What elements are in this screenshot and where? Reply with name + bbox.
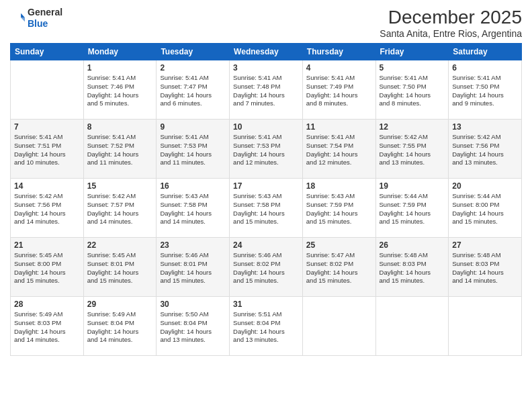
logo-icon (10, 11, 25, 26)
day-number: 9 (160, 122, 226, 132)
logo: General Blue (10, 7, 62, 30)
calendar-cell: 17Sunrise: 5:43 AM Sunset: 7:58 PM Dayli… (230, 179, 303, 238)
day-of-week-header: Thursday (302, 44, 375, 60)
day-info: Sunrise: 5:47 AM Sunset: 8:02 PM Dayligh… (306, 251, 372, 285)
day-info: Sunrise: 5:44 AM Sunset: 8:00 PM Dayligh… (452, 192, 518, 226)
day-of-week-header: Wednesday (230, 44, 303, 60)
day-info: Sunrise: 5:41 AM Sunset: 7:52 PM Dayligh… (87, 133, 153, 167)
day-of-week-header: Monday (83, 44, 157, 60)
calendar-cell: 4Sunrise: 5:41 AM Sunset: 7:49 PM Daylig… (302, 60, 375, 120)
logo-general: General (28, 7, 62, 17)
day-number: 25 (306, 240, 372, 250)
day-number: 1 (87, 63, 153, 73)
calendar-cell: 30Sunrise: 5:50 AM Sunset: 8:04 PM Dayli… (157, 297, 230, 356)
calendar-cell: 10Sunrise: 5:41 AM Sunset: 7:53 PM Dayli… (230, 120, 303, 179)
day-info: Sunrise: 5:45 AM Sunset: 8:00 PM Dayligh… (14, 251, 80, 285)
day-of-week-header: Saturday (449, 44, 522, 60)
calendar-cell: 21Sunrise: 5:45 AM Sunset: 8:00 PM Dayli… (11, 238, 84, 297)
calendar-header-row: SundayMondayTuesdayWednesdayThursdayFrid… (11, 44, 522, 60)
day-number: 22 (87, 240, 153, 250)
calendar-cell: 5Sunrise: 5:41 AM Sunset: 7:50 PM Daylig… (375, 60, 449, 120)
calendar-week-row: 1Sunrise: 5:41 AM Sunset: 7:46 PM Daylig… (11, 60, 522, 120)
day-info: Sunrise: 5:49 AM Sunset: 8:04 PM Dayligh… (87, 310, 153, 345)
day-info: Sunrise: 5:50 AM Sunset: 8:04 PM Dayligh… (160, 310, 226, 345)
day-info: Sunrise: 5:41 AM Sunset: 7:50 PM Dayligh… (452, 74, 518, 108)
calendar-cell: 23Sunrise: 5:46 AM Sunset: 8:01 PM Dayli… (157, 238, 230, 297)
day-info: Sunrise: 5:51 AM Sunset: 8:04 PM Dayligh… (233, 310, 299, 345)
calendar-cell: 7Sunrise: 5:41 AM Sunset: 7:51 PM Daylig… (11, 120, 84, 179)
day-number: 16 (160, 181, 226, 191)
day-number: 24 (233, 240, 299, 250)
svg-marker-1 (21, 17, 25, 21)
day-info: Sunrise: 5:43 AM Sunset: 7:59 PM Dayligh… (306, 192, 372, 226)
page: General Blue December 2025 Santa Anita, … (0, 0, 532, 411)
calendar-cell: 15Sunrise: 5:42 AM Sunset: 7:57 PM Dayli… (83, 179, 157, 238)
calendar-cell: 19Sunrise: 5:44 AM Sunset: 7:59 PM Dayli… (375, 179, 449, 238)
calendar-week-row: 21Sunrise: 5:45 AM Sunset: 8:00 PM Dayli… (11, 238, 522, 297)
day-number: 31 (233, 300, 299, 309)
day-info: Sunrise: 5:41 AM Sunset: 7:50 PM Dayligh… (380, 74, 445, 108)
calendar-cell: 11Sunrise: 5:41 AM Sunset: 7:54 PM Dayli… (302, 120, 375, 179)
calendar-cell: 8Sunrise: 5:41 AM Sunset: 7:52 PM Daylig… (83, 120, 157, 179)
calendar: SundayMondayTuesdayWednesdayThursdayFrid… (10, 43, 522, 356)
day-number: 28 (14, 300, 80, 309)
day-info: Sunrise: 5:42 AM Sunset: 7:56 PM Dayligh… (452, 133, 518, 167)
day-number: 3 (233, 63, 299, 73)
day-info: Sunrise: 5:41 AM Sunset: 7:51 PM Dayligh… (14, 133, 80, 167)
day-info: Sunrise: 5:46 AM Sunset: 8:02 PM Dayligh… (233, 251, 299, 285)
calendar-cell: 24Sunrise: 5:46 AM Sunset: 8:02 PM Dayli… (230, 238, 303, 297)
day-number: 26 (380, 240, 445, 250)
calendar-cell: 31Sunrise: 5:51 AM Sunset: 8:04 PM Dayli… (230, 297, 303, 356)
calendar-cell: 18Sunrise: 5:43 AM Sunset: 7:59 PM Dayli… (302, 179, 375, 238)
day-info: Sunrise: 5:42 AM Sunset: 7:55 PM Dayligh… (380, 133, 445, 167)
day-info: Sunrise: 5:43 AM Sunset: 7:58 PM Dayligh… (160, 192, 226, 226)
day-info: Sunrise: 5:41 AM Sunset: 7:48 PM Dayligh… (233, 74, 299, 108)
day-info: Sunrise: 5:44 AM Sunset: 7:59 PM Dayligh… (380, 192, 445, 226)
calendar-cell: 6Sunrise: 5:41 AM Sunset: 7:50 PM Daylig… (449, 60, 522, 120)
day-number: 21 (14, 240, 80, 250)
day-info: Sunrise: 5:42 AM Sunset: 7:57 PM Dayligh… (87, 192, 153, 226)
day-info: Sunrise: 5:41 AM Sunset: 7:47 PM Dayligh… (160, 74, 226, 108)
day-number: 15 (87, 181, 153, 191)
day-number: 6 (452, 63, 518, 73)
day-info: Sunrise: 5:49 AM Sunset: 8:03 PM Dayligh… (14, 310, 80, 345)
month-title: December 2025 (380, 7, 522, 28)
logo-text: General Blue (28, 7, 62, 30)
calendar-week-row: 7Sunrise: 5:41 AM Sunset: 7:51 PM Daylig… (11, 120, 522, 179)
day-number: 2 (160, 63, 226, 73)
calendar-cell: 29Sunrise: 5:49 AM Sunset: 8:04 PM Dayli… (83, 297, 157, 356)
day-number: 19 (380, 181, 445, 191)
day-number: 12 (380, 122, 445, 132)
calendar-cell: 16Sunrise: 5:43 AM Sunset: 7:58 PM Dayli… (157, 179, 230, 238)
day-info: Sunrise: 5:41 AM Sunset: 7:53 PM Dayligh… (160, 133, 226, 167)
calendar-cell: 9Sunrise: 5:41 AM Sunset: 7:53 PM Daylig… (157, 120, 230, 179)
calendar-cell (449, 297, 522, 356)
calendar-cell: 26Sunrise: 5:48 AM Sunset: 8:03 PM Dayli… (375, 238, 449, 297)
day-number: 8 (87, 122, 153, 132)
calendar-cell (302, 297, 375, 356)
day-number: 5 (380, 63, 445, 73)
day-info: Sunrise: 5:41 AM Sunset: 7:54 PM Dayligh… (306, 133, 372, 167)
day-number: 17 (233, 181, 299, 191)
calendar-cell: 3Sunrise: 5:41 AM Sunset: 7:48 PM Daylig… (230, 60, 303, 120)
day-number: 20 (452, 181, 518, 191)
day-info: Sunrise: 5:46 AM Sunset: 8:01 PM Dayligh… (160, 251, 226, 285)
day-info: Sunrise: 5:48 AM Sunset: 8:03 PM Dayligh… (380, 251, 445, 285)
svg-marker-0 (21, 13, 25, 17)
day-number: 7 (14, 122, 80, 132)
logo-blue: Blue (28, 18, 48, 29)
day-number: 4 (306, 63, 372, 73)
calendar-week-row: 28Sunrise: 5:49 AM Sunset: 8:03 PM Dayli… (11, 297, 522, 356)
calendar-cell: 1Sunrise: 5:41 AM Sunset: 7:46 PM Daylig… (83, 60, 157, 120)
day-of-week-header: Tuesday (157, 44, 230, 60)
day-number: 29 (87, 300, 153, 309)
calendar-cell (375, 297, 449, 356)
header: General Blue December 2025 Santa Anita, … (10, 7, 522, 39)
day-number: 27 (452, 240, 518, 250)
calendar-cell (11, 60, 84, 120)
day-number: 13 (452, 122, 518, 132)
calendar-cell: 20Sunrise: 5:44 AM Sunset: 8:00 PM Dayli… (449, 179, 522, 238)
day-number: 14 (14, 181, 80, 191)
day-info: Sunrise: 5:41 AM Sunset: 7:49 PM Dayligh… (306, 74, 372, 108)
day-of-week-header: Sunday (11, 44, 84, 60)
